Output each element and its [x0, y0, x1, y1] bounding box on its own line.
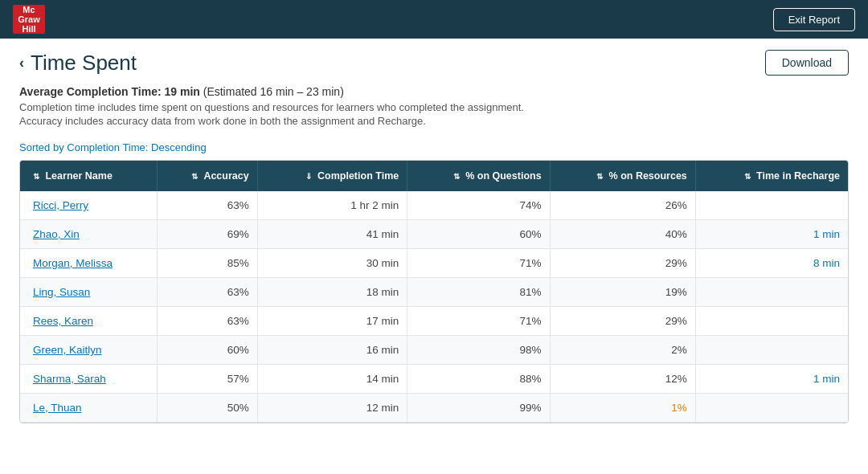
sort-icon-on-resources: ⇅	[596, 172, 603, 181]
cell-time-in-recharge	[695, 191, 848, 220]
cell-on-questions: 74%	[407, 191, 550, 220]
cell-accuracy: 63%	[157, 307, 257, 336]
col-label-on-questions: % on Questions	[465, 170, 541, 182]
table-body: Ricci, Perry 63% 1 hr 2 min 74% 26% Zhao…	[20, 191, 848, 423]
col-label-accuracy: Accuracy	[203, 170, 248, 182]
learner-name-link[interactable]: Morgan, Melissa	[33, 257, 113, 269]
table-row: Rees, Karen 63% 17 min 71% 29%	[20, 307, 848, 336]
cell-completion-time: 30 min	[257, 249, 407, 278]
logo-line2: Graw	[18, 14, 40, 24]
logo-line3: Hill	[22, 24, 35, 34]
cell-on-resources: 26%	[550, 191, 695, 220]
cell-on-questions: 88%	[407, 365, 550, 394]
sort-icon-time-in-recharge: ⇅	[744, 172, 751, 181]
col-label-on-resources: % on Resources	[609, 170, 687, 182]
cell-accuracy: 69%	[157, 220, 257, 249]
average-completion-time: Average Completion Time: 19 min (Estimat…	[19, 85, 849, 98]
col-header-completion-time[interactable]: ⇓ Completion Time	[257, 161, 407, 191]
cell-time-in-recharge: 1 min	[695, 220, 848, 249]
page-title: Time Spent	[31, 51, 137, 76]
sorted-by-label: Sorted by Completion Time: Descending	[19, 141, 849, 153]
title-area: ‹ Time Spent	[19, 51, 137, 76]
learner-table: ⇅ Learner Name ⇅ Accuracy ⇓ Completion T…	[20, 161, 848, 423]
cell-learner-name: Morgan, Melissa	[20, 249, 157, 278]
cell-learner-name: Sharma, Sarah	[20, 365, 157, 394]
table-row: Green, Kaitlyn 60% 16 min 98% 2%	[20, 336, 848, 365]
learner-name-link[interactable]: Green, Kaitlyn	[33, 344, 102, 356]
cell-time-in-recharge	[695, 336, 848, 365]
col-header-on-resources[interactable]: ⇅ % on Resources	[550, 161, 695, 191]
cell-accuracy: 60%	[157, 336, 257, 365]
cell-completion-time: 16 min	[257, 336, 407, 365]
sorted-by-static: Sorted by	[19, 141, 67, 153]
cell-on-resources: 12%	[550, 365, 695, 394]
cell-on-questions: 71%	[407, 307, 550, 336]
cell-time-in-recharge: 8 min	[695, 249, 848, 278]
top-navigation: Mc Graw Hill Exit Report	[0, 0, 868, 39]
sorted-by-value[interactable]: Completion Time: Descending	[67, 141, 206, 153]
col-label-name: Learner Name	[45, 170, 112, 182]
cell-on-questions: 71%	[407, 249, 550, 278]
cell-accuracy: 57%	[157, 365, 257, 394]
cell-on-questions: 98%	[407, 336, 550, 365]
cell-accuracy: 63%	[157, 278, 257, 307]
learner-name-link[interactable]: Ricci, Perry	[33, 199, 88, 211]
learner-name-link[interactable]: Zhao, Xin	[33, 228, 80, 240]
cell-accuracy: 85%	[157, 249, 257, 278]
avg-time-bold: Average Completion Time: 19 min	[19, 85, 200, 98]
avg-time-estimate: (Estimated 16 min – 23 min)	[200, 85, 344, 98]
cell-completion-time: 1 hr 2 min	[257, 191, 407, 220]
col-label-time-in-recharge: Time in Recharge	[756, 170, 840, 182]
table-row: Le, Thuan 50% 12 min 99% 1%	[20, 394, 848, 423]
cell-on-resources: 1%	[550, 394, 695, 423]
exit-report-button[interactable]: Exit Report	[773, 8, 855, 31]
summary-description-line2: Accuracy includes accuracy data from wor…	[19, 115, 849, 127]
cell-completion-time: 17 min	[257, 307, 407, 336]
cell-time-in-recharge	[695, 394, 848, 423]
mcgraw-hill-logo: Mc Graw Hill	[13, 5, 45, 34]
cell-completion-time: 41 min	[257, 220, 407, 249]
download-button[interactable]: Download	[765, 50, 849, 76]
col-header-time-in-recharge[interactable]: ⇅ Time in Recharge	[695, 161, 848, 191]
logo-line1: Mc	[23, 5, 35, 14]
cell-learner-name: Rees, Karen	[20, 307, 157, 336]
cell-completion-time: 12 min	[257, 394, 407, 423]
cell-on-questions: 99%	[407, 394, 550, 423]
page-header: ‹ Time Spent Download	[0, 39, 868, 82]
learner-name-link[interactable]: Rees, Karen	[33, 315, 93, 327]
cell-on-resources: 40%	[550, 220, 695, 249]
table-header-row: ⇅ Learner Name ⇅ Accuracy ⇓ Completion T…	[20, 161, 848, 191]
cell-completion-time: 18 min	[257, 278, 407, 307]
learner-name-link[interactable]: Ling, Susan	[33, 286, 90, 298]
cell-completion-time: 14 min	[257, 365, 407, 394]
table-row: Morgan, Melissa 85% 30 min 71% 29% 8 min	[20, 249, 848, 278]
summary-description-line1: Completion time includes time spent on q…	[19, 101, 849, 113]
table-row: Sharma, Sarah 57% 14 min 88% 12% 1 min	[20, 365, 848, 394]
col-header-on-questions[interactable]: ⇅ % on Questions	[407, 161, 550, 191]
cell-on-resources: 19%	[550, 278, 695, 307]
col-label-completion-time: Completion Time	[317, 170, 399, 182]
cell-learner-name: Ling, Susan	[20, 278, 157, 307]
cell-learner-name: Zhao, Xin	[20, 220, 157, 249]
cell-on-questions: 60%	[407, 220, 550, 249]
learner-name-link[interactable]: Le, Thuan	[33, 402, 82, 414]
sort-icon-completion-time: ⇓	[305, 172, 312, 181]
cell-time-in-recharge: 1 min	[695, 365, 848, 394]
cell-accuracy: 50%	[157, 394, 257, 423]
back-arrow-icon[interactable]: ‹	[19, 55, 24, 72]
col-header-name[interactable]: ⇅ Learner Name	[20, 161, 157, 191]
cell-accuracy: 63%	[157, 191, 257, 220]
cell-time-in-recharge	[695, 307, 848, 336]
col-header-accuracy[interactable]: ⇅ Accuracy	[157, 161, 257, 191]
cell-on-questions: 81%	[407, 278, 550, 307]
sort-icon-on-questions: ⇅	[453, 172, 460, 181]
sort-icon-name: ⇅	[33, 172, 39, 181]
learner-name-link[interactable]: Sharma, Sarah	[33, 373, 106, 385]
cell-on-resources: 29%	[550, 249, 695, 278]
summary-section: Average Completion Time: 19 min (Estimat…	[0, 82, 868, 133]
table-row: Zhao, Xin 69% 41 min 60% 40% 1 min	[20, 220, 848, 249]
cell-learner-name: Ricci, Perry	[20, 191, 157, 220]
sort-icon-accuracy: ⇅	[191, 172, 198, 181]
table-row: Ling, Susan 63% 18 min 81% 19%	[20, 278, 848, 307]
cell-on-resources: 29%	[550, 307, 695, 336]
